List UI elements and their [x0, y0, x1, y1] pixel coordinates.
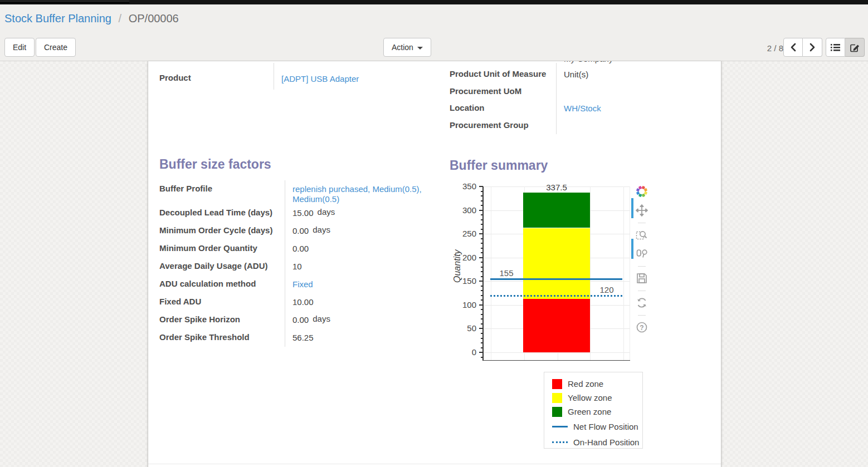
form-background: My Company Product [ADPT] USB Adapter Pr… — [0, 61, 868, 467]
on-hand-position-line — [490, 295, 622, 297]
minor-tick — [481, 357, 483, 358]
field-label: Procurement Group — [450, 120, 529, 130]
legend-item[interactable]: Net Flow Position — [552, 419, 642, 434]
caret-down-icon — [417, 47, 423, 50]
factor-value-cell: 0.00 — [285, 240, 424, 258]
pager-previous-button[interactable] — [783, 38, 803, 57]
list-view-button[interactable] — [826, 38, 845, 57]
plotly-logo[interactable] — [635, 185, 648, 198]
list-view-icon — [831, 43, 840, 52]
save-button[interactable] — [635, 272, 648, 285]
reset-axes-icon — [636, 297, 648, 309]
field-value-link[interactable]: WH/Stock — [564, 104, 709, 113]
net-flow-position-line — [490, 278, 622, 280]
factor-label: Decoupled Lead Time (days) — [159, 204, 285, 222]
factor-value-link[interactable]: Fixed — [292, 279, 313, 289]
factor-row: ADU calculation methodFixed — [159, 276, 427, 293]
action-button-label: Action — [392, 43, 413, 52]
help-button[interactable]: ? — [635, 321, 648, 334]
chevron-right-icon — [808, 43, 816, 52]
modebar-active-indicator — [631, 198, 633, 218]
minor-tick — [481, 224, 483, 225]
modebar-divider — [638, 266, 646, 267]
chart-modebar: ? — [634, 185, 648, 340]
factor-label: Order Spike Threshold — [159, 329, 285, 347]
buffer-factors-table: Buffer Profilereplenish purchased, Mediu… — [159, 180, 427, 347]
legend-item[interactable]: Yellow zone — [552, 391, 642, 405]
create-button[interactable]: Create — [36, 38, 76, 57]
legend-label: Red zone — [568, 379, 603, 389]
pan-icon — [636, 204, 648, 217]
action-dropdown-button[interactable]: Action — [383, 38, 431, 57]
legend-item[interactable]: On-Hand Position — [552, 434, 642, 450]
product-label: Product — [159, 73, 191, 82]
product-link[interactable]: [ADPT] USB Adapter — [281, 74, 359, 83]
factor-value-link[interactable]: replenish purchased, Medium(0.5), Medium… — [292, 184, 422, 204]
pager-next-button[interactable] — [803, 38, 822, 57]
field-value: Unit(s) — [564, 70, 709, 79]
legend-swatch-solid-line — [552, 426, 568, 427]
gridline-vertical — [491, 186, 491, 361]
breadcrumb-stock-buffer-planning[interactable]: Stock Buffer Planning — [4, 12, 111, 24]
compare-hover-button[interactable] — [635, 247, 648, 260]
field-label: Procurement UoM — [450, 86, 521, 96]
buffer-summary-title: Buffer summary — [450, 158, 548, 173]
minor-tick — [481, 314, 483, 315]
minor-tick — [481, 347, 483, 348]
breadcrumb-separator: / — [115, 12, 126, 24]
legend-swatch-yellow — [552, 393, 562, 403]
gridline-vertical — [623, 186, 624, 361]
factor-value: 15.00 — [292, 208, 314, 218]
minor-tick — [481, 290, 483, 291]
line-value-label: 120 — [599, 286, 613, 294]
edit-button[interactable]: Edit — [4, 38, 35, 57]
y-tick-label: 150 — [453, 276, 476, 286]
factor-value: 10.00 — [292, 297, 314, 307]
unit-label: days — [313, 314, 330, 323]
buffer-size-factors-title: Buffer size factors — [159, 157, 271, 172]
chevron-left-icon — [789, 43, 797, 52]
minor-tick — [481, 195, 483, 196]
factor-value-cell: 0.00days — [285, 311, 424, 329]
legend-item[interactable]: Red zone — [552, 377, 642, 391]
form-view-icon — [850, 43, 860, 52]
reset-axes-button[interactable] — [635, 296, 648, 309]
legend-label: On-Hand Position — [573, 437, 639, 447]
bar-zone-red — [523, 299, 590, 352]
factor-label: Order Spike Horizon — [159, 311, 285, 329]
box-zoom-button[interactable] — [635, 228, 648, 242]
factor-label: Minimum Order Quantity — [159, 240, 285, 258]
form-view-button[interactable] — [845, 38, 865, 57]
major-tick — [479, 210, 483, 211]
factor-value: 0.00 — [292, 315, 309, 325]
y-tick-label: 50 — [453, 323, 476, 333]
x-axis-line — [483, 360, 630, 361]
factor-row: Average Daily Usage (ADU)10 — [159, 258, 427, 276]
zone-value-label: 337.5 — [546, 183, 567, 192]
minor-tick — [481, 295, 483, 296]
major-tick — [479, 304, 483, 306]
factor-row: Minimum Order Cycle (days)0.00days — [159, 222, 427, 240]
factor-row: Minimum Order Quantity0.00 — [159, 240, 427, 258]
minor-tick — [481, 309, 483, 310]
legend-item[interactable]: Green zone — [552, 405, 642, 419]
factor-value-cell: 56.25 — [285, 329, 424, 347]
pager — [783, 38, 822, 57]
gridline-vertical — [590, 186, 591, 361]
factor-value-cell: 10.00 — [285, 293, 424, 311]
field-row: Procurement UoM — [450, 86, 714, 104]
minor-tick — [481, 214, 483, 215]
y-tick-label: 350 — [453, 181, 476, 191]
field-row: Product Unit of MeasureUnit(s) — [450, 69, 714, 86]
pan-button[interactable] — [635, 204, 648, 217]
modebar-active-indicator — [631, 239, 633, 259]
chart-legend: Red zoneYellow zoneGreen zoneNet Flow Po… — [544, 372, 643, 449]
minor-tick — [481, 271, 483, 272]
legend-label: Yellow zone — [568, 393, 612, 402]
factor-label: Minimum Order Cycle (days) — [159, 222, 285, 240]
compare-hover-icon — [636, 248, 648, 260]
factor-value-cell: Fixed — [285, 276, 424, 293]
minor-tick — [481, 267, 483, 268]
box-zoom-icon — [636, 229, 648, 241]
factor-row: Order Spike Threshold56.25 — [159, 329, 427, 347]
